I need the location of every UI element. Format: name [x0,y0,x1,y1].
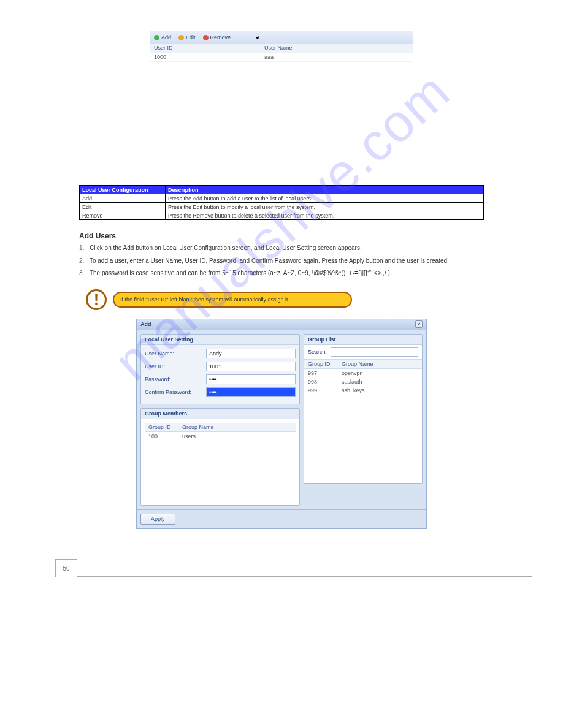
para-text-a: The password is case sensitive and can b… [90,270,312,276]
members-header: Group ID Group Name [145,423,296,432]
desc-text: Press the Add button to add a user to th… [166,194,484,203]
desc-item: Add [80,194,166,203]
cell-gname: openvpn [338,369,422,377]
desc-item: Remove [80,211,166,220]
desc-text: Press the Remove button to delete a sele… [166,211,484,220]
edit-label: Edit [186,34,196,40]
desc-head-item: Local User Configuration [80,186,166,194]
toolbar: Add Edit Remove [150,31,413,44]
desc-head-desc: Description [166,186,484,194]
para-text: To add a user, enter a User Name, User I… [90,257,449,264]
label-user-name: User Name: [145,351,206,357]
input-password[interactable] [206,374,296,384]
paragraph: 2. To add a user, enter a User Name, Use… [79,257,484,266]
section-add-users: Add Users 1. Click on the Add button on … [79,231,484,278]
members-row[interactable]: 100 users [145,432,296,441]
group-row[interactable]: 997 openvpn [304,369,422,377]
desc-row: Remove Press the Remove button to delete… [80,211,484,220]
page-footer: 50 [31,559,532,577]
desc-row: Edit Press the Edit button to modify a l… [80,203,484,211]
group-list-header: Group ID Group Name [304,360,422,369]
col-group-name: Group Name [338,360,422,368]
row-user-id: User ID: [145,362,296,371]
warning-callout: ! If the field "User ID" left blank then… [86,289,356,310]
apply-button[interactable]: Apply [140,514,175,525]
user-list-header: User ID User Name [150,44,413,53]
description-table: Local User Configuration Description Add… [79,185,484,220]
footer-rule [77,576,532,577]
panel-title: Group Members [141,409,299,419]
cell-user-id: 1000 [150,53,261,61]
cell-gname: saslauth [338,377,422,386]
input-user-id[interactable] [206,362,296,371]
group-list-panel: Group List Search: Group ID Group Name 9… [304,334,423,484]
input-confirm[interactable] [206,387,296,397]
cell-user-name: aaa [261,53,413,61]
user-list-row[interactable]: 1000 aaa [150,53,413,62]
remove-icon [203,35,209,40]
exclamation-icon: ! [86,289,107,310]
row-password: Password: [145,374,296,384]
section-heading: Add Users [79,231,484,241]
col-group-id: Group ID [145,423,178,431]
cell-gid: 998 [304,377,338,386]
dialog-title: Add [140,321,151,327]
label-confirm: Confirm Password: [145,389,206,395]
desc-text: Press the Edit button to modify a local … [166,203,484,211]
add-icon [154,35,159,40]
row-user-name: User Name: [145,349,296,358]
paragraph: 3. The password is case sensitive and ca… [79,269,484,278]
search-input[interactable] [331,347,418,357]
paragraph: 1. Click on the Add button on Local User… [79,244,484,253]
para-symbols: !@#$%^&*()_+-={}|[]:";'<>.,/ [312,270,386,276]
desc-header-row: Local User Configuration Description [80,186,484,194]
group-members-panel: Group Members Group ID Group Name 100 us… [140,408,300,506]
cursor-icon [256,35,261,40]
add-label: Add [161,34,171,40]
add-dialog: Add × Local User Setting User Name: User… [136,319,427,529]
group-row[interactable]: 999 ssh_keys [304,386,422,395]
row-confirm: Confirm Password: [145,387,296,397]
edit-button[interactable]: Edit [178,34,196,40]
cell-gid: 100 [145,432,178,441]
desc-item: Edit [80,203,166,211]
page-number: 50 [55,559,77,577]
remove-label: Remove [210,34,231,40]
search-label: Search: [308,349,327,355]
para-text: Click on the Add button on Local User Co… [90,245,362,251]
search-row: Search: [304,345,422,360]
input-user-name[interactable] [206,349,296,358]
cell-gname: ssh_keys [338,386,422,395]
col-user-id: User ID [150,44,261,53]
cell-gid: 999 [304,386,338,395]
cell-gid: 997 [304,369,338,377]
label-user-id: User ID: [145,363,206,370]
add-button[interactable]: Add [154,34,171,40]
group-row[interactable]: 998 saslauth [304,377,422,386]
panel-title: Group List [304,335,422,345]
desc-row: Add Press the Add button to add a user t… [80,194,484,203]
close-button[interactable]: × [415,320,423,328]
callout-text: If the field "User ID" left blank then s… [113,292,352,308]
local-user-setting-panel: Local User Setting User Name: User ID: P… [140,334,300,404]
user-list-panel: Add Edit Remove User ID User Name 1000 a… [150,31,413,176]
close-icon: × [417,321,420,327]
col-group-id: Group ID [304,360,338,368]
col-user-name: User Name [261,44,413,53]
panel-title: Local User Setting [141,335,299,345]
cell-gname: users [178,432,296,441]
dialog-titlebar: Add × [137,319,426,330]
para-text-b: ). [388,270,391,276]
col-group-name: Group Name [178,423,296,431]
label-password: Password: [145,376,206,382]
dialog-footer: Apply [137,509,426,528]
remove-button[interactable]: Remove [203,34,231,40]
edit-icon [178,35,184,40]
